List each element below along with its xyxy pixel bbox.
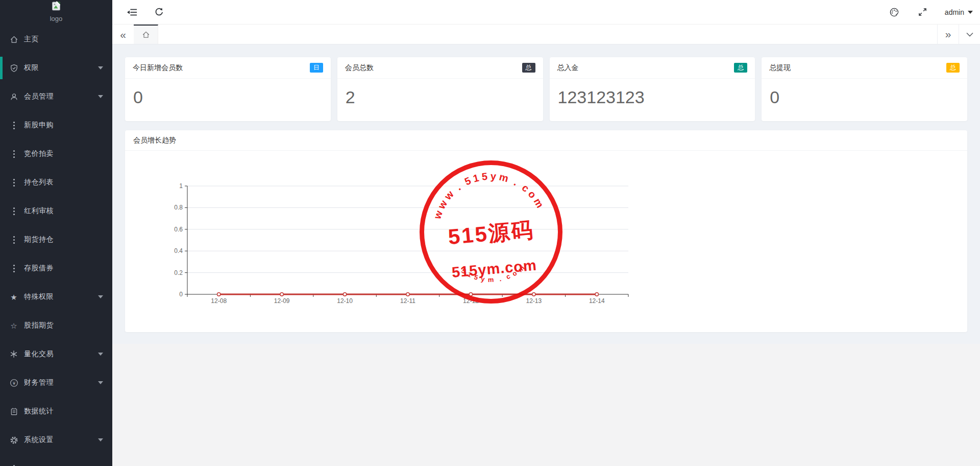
- chevron-down-icon: [98, 353, 103, 358]
- dots-vertical-icon: [9, 178, 18, 187]
- stat-card-title: 总提现: [769, 63, 791, 73]
- logo-alt-text: logo: [0, 15, 112, 23]
- dots-vertical-icon: [9, 235, 18, 244]
- data-point-marker: [595, 293, 598, 296]
- stat-card-header: 总提现 总: [762, 57, 967, 79]
- sidebar-item-label: 权限: [24, 63, 98, 73]
- chart-title: 会员增长趋势: [125, 130, 967, 151]
- username-label: admin: [945, 8, 964, 16]
- sidebar-item-stock-lending[interactable]: 存股借券: [0, 254, 112, 283]
- tabs-scroll-right-button[interactable]: »: [937, 25, 959, 44]
- sidebar-item-home[interactable]: 主页: [0, 25, 112, 54]
- line-chart: 00.20.40.60.8112-0812-0912-1012-1112-121…: [125, 151, 967, 332]
- y-tick-label: 1: [179, 182, 183, 190]
- broken-image-icon: [51, 1, 61, 11]
- x-tick-label: 12-10: [337, 297, 353, 305]
- stat-card-value: 123123123: [550, 79, 755, 110]
- asterisk-icon: [9, 350, 18, 359]
- status-badge: 总: [522, 63, 535, 73]
- sidebar-item-label: 期货持仓: [24, 235, 103, 244]
- member-growth-chart-card: 会员增长趋势 00.20.40.60.8112-0812-0912-1012-1…: [125, 130, 967, 332]
- tabbar: « »: [112, 25, 980, 44]
- data-point-marker: [217, 293, 220, 296]
- sidebar-item-system-settings[interactable]: 系统设置: [0, 426, 112, 454]
- stat-card-title: 会员总数: [345, 63, 374, 73]
- tabs-dropdown-button[interactable]: [959, 25, 980, 44]
- fullscreen-icon[interactable]: [916, 6, 929, 19]
- tabs-scroll-left-button[interactable]: «: [112, 25, 134, 44]
- sidebar-item-label: 存股借券: [24, 264, 103, 273]
- x-tick-label: 12-08: [211, 297, 227, 305]
- notebook-icon: [9, 407, 18, 416]
- sidebar-item-special-permissions[interactable]: ★ 特殊权限: [0, 283, 112, 311]
- stat-card-header: 今日新增会员数 日: [125, 57, 331, 79]
- tab-home[interactable]: [134, 25, 158, 44]
- stat-card-value: 0: [125, 79, 331, 110]
- chevron-down-icon: [98, 95, 103, 101]
- sidebar-item-label: 数据统计: [24, 407, 103, 416]
- sidebar-item-finance[interactable]: ¥ 财务管理: [0, 368, 112, 397]
- dots-vertical-icon: [9, 206, 18, 216]
- sidebar-item-positions[interactable]: 持仓列表: [0, 168, 112, 197]
- topbar-right: admin: [888, 0, 973, 24]
- chevron-down-icon: [98, 295, 103, 301]
- sidebar: logo 主页 权限 会员管理: [0, 0, 112, 466]
- user-menu[interactable]: admin: [945, 8, 973, 16]
- topbar: admin: [112, 0, 980, 25]
- status-badge: 总: [946, 63, 960, 73]
- x-tick-label: 12-14: [589, 297, 605, 305]
- refresh-icon[interactable]: [152, 6, 165, 19]
- data-point-marker: [280, 293, 283, 296]
- topbar-left: [112, 0, 165, 24]
- sidebar-item-index-futures[interactable]: ☆ 股指期货: [0, 311, 112, 340]
- sidebar-item-futures-positions[interactable]: 期货持仓: [0, 225, 112, 254]
- sidebar-item-label: 财务管理: [24, 378, 98, 387]
- chevron-down-icon: [966, 32, 973, 37]
- sidebar-item-permissions[interactable]: 权限: [0, 54, 112, 82]
- status-badge: 日: [310, 63, 323, 73]
- watermark-center-text: 515源码: [447, 218, 535, 249]
- star-filled-icon: ★: [9, 292, 18, 301]
- data-point-marker: [343, 293, 346, 296]
- chevron-down-icon: [968, 11, 973, 16]
- admin-dashboard-screen: logo 主页 权限 会员管理: [0, 0, 980, 466]
- stat-card-total-members: 会员总数 总 2: [337, 57, 543, 121]
- sidebar-item-ipo[interactable]: 新股申购: [0, 111, 112, 139]
- home-icon: [142, 31, 150, 39]
- dots-vertical-icon: [9, 149, 18, 158]
- sidebar-item-quant-trading[interactable]: 量化交易: [0, 340, 112, 368]
- y-tick-label: 0: [179, 291, 183, 298]
- tabbar-controls: »: [937, 25, 980, 44]
- y-tick-label: 0.2: [174, 269, 183, 276]
- sidebar-item-auction[interactable]: 竞价拍卖: [0, 139, 112, 168]
- sidebar-item-more[interactable]: [0, 454, 112, 466]
- stat-card-value: 0: [762, 79, 967, 110]
- data-point-marker: [532, 293, 535, 296]
- stat-card-value: 2: [337, 79, 543, 110]
- palette-icon[interactable]: [888, 6, 901, 19]
- svg-text:¥: ¥: [12, 380, 15, 385]
- stat-card-title: 今日新增会员数: [133, 63, 183, 73]
- chevron-down-icon: [98, 381, 103, 387]
- sidebar-item-label: 会员管理: [24, 92, 98, 101]
- sidebar-item-label: 持仓列表: [24, 178, 103, 187]
- sidebar-item-label: 特殊权限: [24, 292, 98, 301]
- stat-card-new-members-today: 今日新增会员数 日 0: [125, 57, 331, 121]
- sidebar-item-label: 系统设置: [24, 435, 98, 445]
- main-content: 今日新增会员数 日 0 会员总数 总 2 总入金 总 123123123: [112, 44, 980, 344]
- sidebar-item-label: 股指期货: [24, 321, 103, 330]
- status-badge: 总: [734, 63, 747, 73]
- watermark-stamp: www．515ym．com 515源码 515ym.com 515ym．com: [422, 163, 560, 301]
- menu-fold-icon[interactable]: [126, 6, 139, 19]
- stat-card-header: 总入金 总: [550, 57, 755, 79]
- sidebar-item-members[interactable]: 会员管理: [0, 82, 112, 111]
- sidebar-item-statistics[interactable]: 数据统计: [0, 397, 112, 426]
- y-tick-label: 0.8: [174, 204, 183, 211]
- stat-cards-row: 今日新增会员数 日 0 会员总数 总 2 总入金 总 123123123: [125, 57, 967, 121]
- sidebar-menu: 主页 权限 会员管理 新股申购: [0, 25, 112, 466]
- stat-card-total-withdrawals: 总提现 总 0: [762, 57, 967, 121]
- sidebar-item-dividend-review[interactable]: 红利审核: [0, 197, 112, 225]
- data-point-marker: [406, 293, 409, 296]
- sidebar-item-label: 主页: [24, 35, 103, 44]
- stat-card-total-deposits: 总入金 总 123123123: [550, 57, 755, 121]
